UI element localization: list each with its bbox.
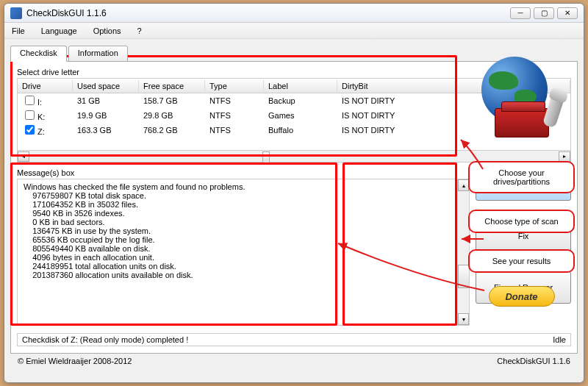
col-free[interactable]: Free space [139,80,205,92]
scroll-track-v[interactable] [458,191,469,313]
message-line: 65536 KB occupied by the log file. [24,235,463,244]
titlebar[interactable]: CheckDiskGUI 1.1.6 ─ ▢ ✕ [4,4,584,23]
message-line: 244189951 total allocation units on disk… [24,262,463,271]
drive-checkbox[interactable] [25,96,35,105]
scroll-down-button[interactable]: ▾ [458,313,469,325]
scroll-left-button[interactable]: ◂ [18,151,29,162]
drive-checkbox[interactable] [25,125,35,135]
col-drive[interactable]: Drive [18,80,73,92]
messages-box[interactable]: Windows has checked the file system and … [17,179,470,326]
drive-checkbox[interactable] [25,110,35,120]
messages-label: Message(s) box [17,168,470,177]
tabstrip: Checkdisk Information [10,46,578,62]
tab-checkdisk[interactable]: Checkdisk [10,46,67,62]
callout-scan: Choose type of scan [468,210,575,233]
vertical-scrollbar[interactable]: ▴ ▾ [457,179,469,325]
message-line: 171064352 KB in 35032 files. [24,200,463,209]
message-line: 976759807 KB total disk space. [24,191,463,200]
col-type[interactable]: Type [205,80,264,92]
message-line: 805549440 KB available on disk. [24,244,463,253]
scroll-up-button[interactable]: ▴ [458,179,469,191]
side-panel: Choose your drives/partitions Choose typ… [468,57,575,373]
callout-results: See your results [468,249,575,273]
app-window: CheckDiskGUI 1.1.6 ─ ▢ ✕ File Language O… [4,3,584,383]
message-line: 136475 KB in use by the system. [24,226,463,235]
message-line: 9540 KB in 3526 indexes. [24,209,463,218]
app-icon [10,7,22,19]
message-line: 4096 bytes in each allocation unit. [24,253,463,262]
message-line: 201387360 allocation units available on … [24,271,463,279]
window-title: CheckDiskGUI 1.1.6 [26,8,510,18]
message-line: 0 KB in bad sectors. [24,218,463,226]
callout-drives: Choose your drives/partitions [468,161,575,193]
col-label[interactable]: Label [264,80,337,92]
toolbox-icon [489,108,555,145]
menu-language[interactable]: Language [38,25,80,37]
tab-information[interactable]: Information [68,46,128,62]
close-button[interactable]: ✕ [557,7,578,19]
menubar: File Language Options ? [4,23,584,39]
donate-button[interactable]: Donate [489,286,555,307]
status-left: Checkdisk of Z: (Read only mode) complet… [22,335,188,344]
col-used[interactable]: Used space [73,80,139,92]
maximize-button[interactable]: ▢ [534,7,554,19]
message-line: Windows has checked the file system and … [24,182,463,191]
menu-help[interactable]: ? [135,25,145,37]
copyright: © Emiel Wieldraaijer 2008-2012 [18,357,132,365]
minimize-button[interactable]: ─ [510,7,531,19]
menu-file[interactable]: File [9,25,28,37]
menu-options[interactable]: Options [90,25,124,37]
